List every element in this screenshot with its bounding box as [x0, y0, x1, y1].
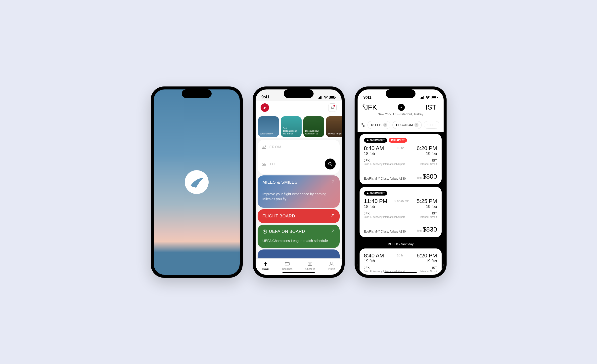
airline-logo-icon[interactable]: [261, 103, 269, 112]
notch: [284, 89, 314, 98]
card-peek[interactable]: [258, 249, 340, 258]
arr-time: 5:25 PM: [417, 198, 437, 204]
uefa-card[interactable]: UEFA ON BOARD UEFA Champions League matc…: [258, 225, 340, 248]
status-time: 9:41: [364, 95, 371, 100]
story-card[interactable]: Service for you: [326, 116, 342, 137]
signal-icon: [420, 96, 424, 99]
filter-chip-date[interactable]: 18 FEB✕: [367, 121, 390, 129]
svg-rect-3: [320, 96, 321, 99]
dep-time: 8:40 AM: [364, 252, 384, 259]
tab-travel[interactable]: Travel: [262, 261, 269, 270]
arr-time: 6:20 PM: [417, 252, 437, 259]
fare-class: EcoFly, M-Y Class, Airbus A330: [364, 230, 406, 233]
route-subtitle: New York, US - Istanbul, Turkey: [363, 112, 439, 116]
dep-code: JFK: [364, 211, 405, 215]
notch: [386, 89, 415, 98]
price: $830: [423, 226, 437, 233]
from-label: from: [417, 176, 422, 179]
uefa-desc: UEFA Champions League match schedule: [263, 239, 335, 243]
fare-class: EcoFly, M-Y Class, Airbus A330: [364, 177, 406, 180]
plane-landing-icon: [262, 162, 267, 166]
stories-row: What's new? Best destinations of this mo…: [256, 114, 342, 138]
home-indicator[interactable]: [384, 272, 417, 273]
dep-date: 19 feb: [364, 259, 384, 263]
search-button[interactable]: [325, 159, 336, 169]
tab-checkin[interactable]: Check in: [305, 261, 315, 270]
arrow-icon: [331, 229, 335, 233]
arr-code: IST: [420, 159, 437, 162]
airline-logo-icon: [184, 170, 209, 195]
svg-rect-23: [437, 97, 438, 98]
notifications-button[interactable]: [328, 103, 337, 112]
airline-logo-icon: [398, 104, 405, 111]
plane-icon: [263, 261, 268, 267]
flight-card[interactable]: OVERNIGHT 11:40 PM18 feb 9 hr 45 min 5:2…: [360, 187, 442, 237]
flightboard-card[interactable]: FLIGHT BOARD: [258, 209, 340, 223]
svg-rect-4: [321, 96, 322, 99]
person-icon: [329, 261, 334, 267]
chip-remove-icon[interactable]: ✕: [414, 123, 418, 127]
status-time: 9:41: [262, 95, 270, 99]
arr-code: IST: [420, 211, 437, 215]
moon-icon: [367, 192, 369, 194]
home-indicator[interactable]: [282, 272, 315, 273]
flight-card[interactable]: 8:40 AM19 feb 10 hr 6:20 PM19 feb JFKJoh…: [360, 248, 442, 275]
chip-remove-icon[interactable]: ✕: [383, 123, 387, 127]
results-list[interactable]: OVERNIGHT CHEAPEST 8:40 AM18 feb 10 hr 6…: [358, 132, 444, 275]
dep-date: 18 feb: [364, 204, 387, 209]
story-card[interactable]: What's new?: [258, 116, 279, 137]
dep-code: JFK: [364, 159, 405, 162]
search-icon: [328, 162, 332, 166]
filters-row: 18 FEB✕ 1 ECONOM✕ 1 FILT: [358, 119, 444, 132]
arrow-icon: [331, 180, 335, 184]
story-label: Best destinations of this month: [283, 127, 300, 135]
cheapest-badge: CHEAPEST: [389, 138, 407, 143]
from-input[interactable]: FROM: [262, 140, 336, 154]
arr-date: 19 feb: [417, 152, 437, 156]
svg-rect-20: [423, 96, 424, 99]
svg-rect-7: [335, 97, 336, 98]
svg-line-9: [331, 164, 332, 166]
phone-splash: [151, 86, 243, 278]
story-card[interactable]: Best destinations of this month: [281, 116, 302, 137]
phone-home: 9:41 What's new? Best destinations of th…: [253, 86, 345, 278]
svg-rect-6: [330, 96, 334, 98]
wifi-icon: [426, 96, 430, 99]
uefa-title: UEFA ON BOARD: [269, 229, 305, 234]
arr-name: Istanbul Airport: [420, 163, 437, 165]
tab-bookings[interactable]: Bookings: [282, 261, 292, 270]
arr-code: IST: [420, 266, 437, 270]
story-label: What's new?: [260, 132, 273, 135]
story-card[interactable]: Discover new world with us: [303, 116, 324, 137]
football-icon: [263, 229, 267, 234]
dep-time: 11:40 PM: [364, 198, 387, 204]
miles-card[interactable]: MILES & SMILES Improve your flight exper…: [258, 175, 340, 208]
filter-chip-more[interactable]: 1 FILT: [424, 121, 439, 129]
to-label: TO: [270, 162, 275, 166]
svg-rect-22: [432, 96, 436, 98]
miles-title: MILES & SMILES: [263, 180, 335, 185]
tab-profile[interactable]: Profile: [328, 261, 335, 270]
notch: [182, 89, 212, 98]
flight-card[interactable]: OVERNIGHT CHEAPEST 8:40 AM18 feb 10 hr 6…: [360, 134, 442, 184]
arr-name: Istanbul Airport: [420, 270, 437, 273]
arr-date: 19 feb: [417, 259, 437, 263]
arrow-icon: [331, 214, 335, 218]
from-label: FROM: [270, 145, 282, 149]
wifi-icon: [324, 96, 328, 99]
dep-code: JFK: [364, 266, 405, 270]
duration: 10 hr: [397, 254, 404, 262]
bell-icon: [330, 106, 334, 110]
back-button[interactable]: [362, 103, 365, 108]
duration: 10 hr: [397, 146, 404, 155]
dep-time: 8:40 AM: [364, 145, 384, 152]
price: $800: [423, 173, 437, 180]
to-input[interactable]: TO: [262, 154, 336, 174]
ticket-icon: [284, 261, 290, 267]
svg-rect-18: [421, 97, 422, 99]
dep-date: 18 feb: [364, 152, 384, 156]
duration: 9 hr 45 min: [395, 199, 410, 208]
filter-chip-class[interactable]: 1 ECONOM✕: [392, 121, 422, 129]
filter-icon[interactable]: [361, 122, 366, 127]
signal-icon: [318, 96, 322, 99]
